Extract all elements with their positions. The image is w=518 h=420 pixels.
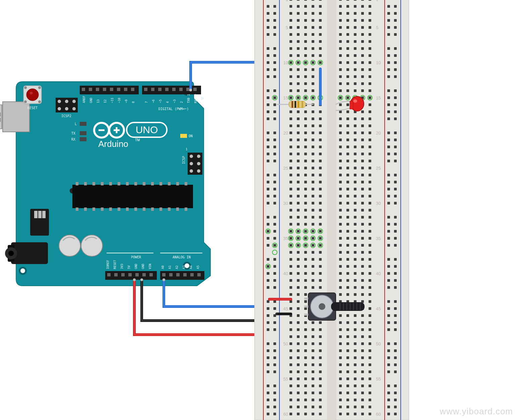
svg-rect-509 xyxy=(312,265,314,268)
svg-rect-419 xyxy=(312,202,314,204)
svg-rect-631 xyxy=(319,349,322,352)
power-jack xyxy=(5,242,48,264)
digital-header-right xyxy=(142,86,201,94)
svg-rect-613 xyxy=(289,342,292,345)
svg-rect-718 xyxy=(354,413,357,415)
svg-rect-137 xyxy=(304,5,307,8)
svg-point-19 xyxy=(38,86,41,89)
svg-rect-668 xyxy=(354,377,357,380)
svg-rect-963 xyxy=(302,101,303,108)
digital-pin-label: ~10 xyxy=(118,98,121,103)
svg-rect-461 xyxy=(319,230,322,233)
svg-rect-362 xyxy=(369,160,371,162)
svg-rect-886 xyxy=(394,342,397,345)
svg-rect-485 xyxy=(297,251,300,254)
led-l xyxy=(80,122,86,126)
svg-rect-741 xyxy=(387,33,390,36)
svg-rect-467 xyxy=(304,237,307,240)
svg-rect-701 xyxy=(319,399,322,401)
svg-rect-678 xyxy=(354,385,357,387)
breadboard-row-label: 10 xyxy=(283,60,288,65)
svg-rect-469 xyxy=(312,237,314,240)
svg-point-70 xyxy=(81,235,103,256)
svg-rect-888 xyxy=(273,349,276,352)
svg-rect-591 xyxy=(319,321,322,324)
svg-rect-78 xyxy=(101,182,104,185)
svg-rect-585 xyxy=(297,321,300,324)
power-pin-label: 3V3 xyxy=(120,264,124,269)
svg-rect-248 xyxy=(354,82,357,85)
svg-rect-665 xyxy=(297,377,300,380)
digital-label: DIGITAL (PWM=~) xyxy=(158,107,189,111)
svg-rect-894 xyxy=(394,356,397,359)
svg-rect-433 xyxy=(289,216,292,219)
svg-rect-684 xyxy=(339,392,342,394)
svg-rect-838 xyxy=(394,237,397,240)
svg-rect-373 xyxy=(289,174,292,176)
svg-rect-634 xyxy=(339,356,342,359)
svg-rect-706 xyxy=(346,406,349,408)
svg-rect-742 xyxy=(394,33,397,36)
svg-rect-331 xyxy=(319,139,322,141)
digital-pin-label: ~5 xyxy=(159,99,162,103)
svg-rect-802 xyxy=(394,160,397,162)
svg-rect-188 xyxy=(354,40,357,43)
led-tx xyxy=(80,131,86,135)
svg-rect-342 xyxy=(369,146,371,148)
svg-rect-879 xyxy=(267,328,269,331)
svg-rect-697 xyxy=(304,399,307,401)
svg-rect-171 xyxy=(319,26,322,29)
svg-rect-250 xyxy=(361,82,364,85)
svg-rect-43 xyxy=(158,88,161,91)
svg-rect-535 xyxy=(297,286,300,289)
svg-rect-547 xyxy=(304,293,307,296)
svg-rect-545 xyxy=(297,293,300,296)
power-header xyxy=(105,271,157,280)
svg-rect-680 xyxy=(361,385,364,387)
power-pin-label: GND xyxy=(141,264,145,269)
svg-rect-475 xyxy=(297,244,300,247)
svg-rect-229 xyxy=(312,68,314,71)
svg-rect-537 xyxy=(304,286,307,289)
svg-rect-650 xyxy=(361,363,364,366)
svg-rect-721 xyxy=(319,413,322,415)
svg-rect-165 xyxy=(297,26,300,29)
svg-rect-850 xyxy=(394,265,397,268)
svg-rect-213 xyxy=(289,61,292,64)
breadboard-row-label: 20 xyxy=(376,131,381,136)
reset-button[interactable] xyxy=(23,86,42,104)
svg-rect-799 xyxy=(267,160,269,162)
svg-rect-428 xyxy=(354,209,357,212)
svg-rect-712 xyxy=(369,406,371,408)
svg-rect-481 xyxy=(319,244,322,247)
svg-rect-702 xyxy=(369,399,371,401)
svg-rect-11 xyxy=(0,112,1,116)
svg-rect-40 xyxy=(142,86,201,94)
svg-rect-111 xyxy=(162,273,166,276)
svg-rect-379 xyxy=(312,174,314,176)
svg-rect-285 xyxy=(297,110,300,113)
svg-rect-352 xyxy=(369,153,371,155)
svg-rect-445 xyxy=(297,223,300,226)
svg-rect-309 xyxy=(312,124,314,127)
svg-rect-862 xyxy=(394,286,397,289)
svg-rect-453 xyxy=(289,230,292,233)
svg-rect-866 xyxy=(394,300,397,303)
svg-rect-159 xyxy=(312,19,314,22)
svg-rect-338 xyxy=(354,146,357,148)
svg-rect-351 xyxy=(319,153,322,155)
svg-rect-620 xyxy=(361,342,364,345)
svg-rect-785 xyxy=(387,132,390,134)
svg-rect-68 xyxy=(42,211,46,218)
svg-rect-582 xyxy=(369,314,371,317)
svg-rect-303 xyxy=(289,124,292,127)
svg-rect-133 xyxy=(289,5,292,8)
svg-rect-132 xyxy=(369,0,371,1)
svg-rect-722 xyxy=(369,413,371,415)
svg-rect-768 xyxy=(273,96,276,99)
svg-rect-89 xyxy=(143,207,145,211)
svg-rect-217 xyxy=(304,61,307,64)
svg-rect-586 xyxy=(346,321,349,324)
svg-rect-93 xyxy=(159,207,162,211)
capacitor-1 xyxy=(59,235,80,256)
